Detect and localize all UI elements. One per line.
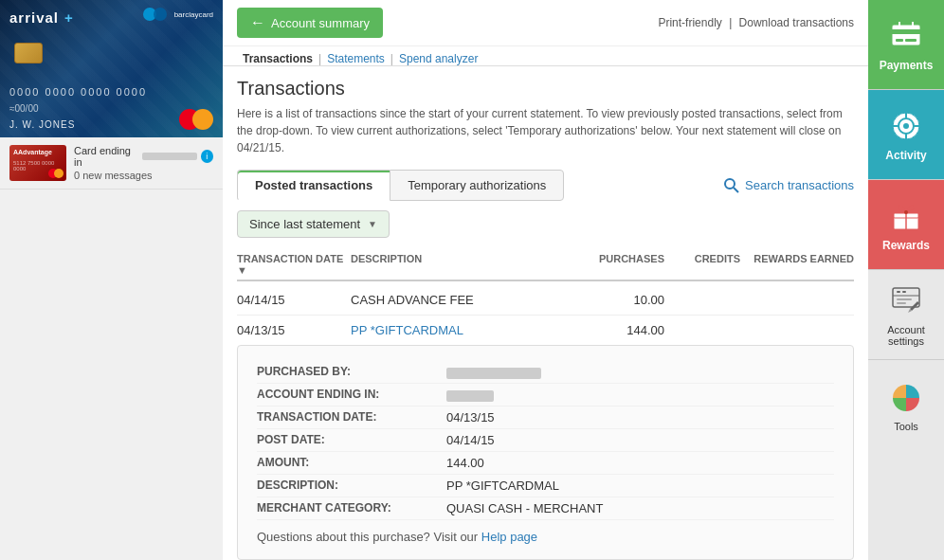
content-area: Transactions Here is a list of transacti… <box>223 66 868 560</box>
detail-transaction-date: TRANSACTION DATE: 04/13/15 <box>257 406 834 429</box>
tx1-purchases: 10.00 <box>551 293 664 307</box>
th-date: Transaction Date ▼ <box>237 253 351 276</box>
tx2-date: 04/13/15 <box>237 323 351 337</box>
tab-statements[interactable]: Statements <box>321 52 390 65</box>
transaction-detail-panel: PURCHASED BY: ACCOUNT ENDING IN: TRANSAC… <box>237 345 854 560</box>
svg-rect-5 <box>905 39 917 42</box>
search-transactions[interactable]: Search transactions <box>723 177 854 194</box>
back-button[interactable]: ← Account summary <box>237 8 383 38</box>
table-row[interactable]: 04/13/15 PP *GIFTCARDMAL 144.00 <box>237 316 854 345</box>
detail-purchased-by: PURCHASED BY: <box>257 361 834 384</box>
detail-merchant: MERCHANT CATEGORY: QUASI CASH - MERCHANT <box>257 497 834 520</box>
card-name: J. W. JONES <box>9 119 75 130</box>
detail-description: DESCRIPTION: PP *GIFTCARDMAL <box>257 475 834 497</box>
tab-temp-btn[interactable]: Temporary authorizations <box>390 170 564 201</box>
left-sidebar: arrival + barclaycard 0000 0000 0000 000… <box>0 0 223 560</box>
secondary-mastercard <box>48 169 64 178</box>
detail-post-date-label: POST DATE: <box>257 433 446 447</box>
detail-account-ending-label: ACCOUNT ENDING IN: <box>257 388 446 402</box>
nav-item-rewards[interactable]: Rewards <box>868 180 944 270</box>
tools-icon <box>887 379 925 417</box>
svg-rect-3 <box>892 29 920 34</box>
detail-purchased-by-value <box>446 365 834 379</box>
detail-account-ending: ACCOUNT ENDING IN: <box>257 384 834 406</box>
svg-rect-24 <box>897 302 906 304</box>
primary-card: arrival + barclaycard 0000 0000 0000 000… <box>0 0 223 137</box>
secondary-card-row: AAdvantage 5112 7500 0000 0000 Card endi… <box>0 137 223 190</box>
nav-item-payments[interactable]: Payments <box>868 0 944 90</box>
tx2-desc: PP *GIFTCARDMAL <box>351 323 551 337</box>
svg-rect-2 <box>892 25 920 45</box>
transactions-table: Transaction Date ▼ Description Purchases… <box>237 249 854 560</box>
detail-tx-date-value: 04/13/15 <box>446 410 834 425</box>
download-link[interactable]: Download transactions <box>739 16 854 29</box>
statement-dropdown[interactable]: Since last statement ▼ <box>237 210 390 238</box>
svg-point-0 <box>725 179 735 189</box>
new-messages: 0 new messages <box>74 170 213 181</box>
mastercard-logo <box>179 109 213 130</box>
svg-line-1 <box>734 188 738 192</box>
tx1-date: 04/14/15 <box>237 293 351 307</box>
th-description: Description <box>351 253 551 276</box>
help-text: Questions about this purchase? Visit our… <box>257 530 834 544</box>
svg-rect-21 <box>897 291 900 293</box>
link-separator: | <box>729 16 735 29</box>
tx2-purchases: 144.00 <box>551 323 664 337</box>
card-brand-logo: arrival + <box>9 9 73 26</box>
help-link[interactable]: Help page <box>481 530 537 544</box>
nav-item-tools[interactable]: Tools <box>868 360 944 450</box>
search-icon <box>723 177 740 194</box>
tabs-row: Posted transactions Temporary authorizat… <box>237 170 854 201</box>
page-title: Transactions <box>237 78 854 99</box>
detail-post-date: POST DATE: 04/14/15 <box>257 429 834 452</box>
detail-amount: AMOUNT: 144.00 <box>257 452 834 475</box>
detail-purchased-by-label: PURCHASED BY: <box>257 365 446 379</box>
nav-item-account-settings[interactable]: Account settings <box>868 270 944 360</box>
nav-item-activity[interactable]: Activity <box>868 90 944 180</box>
card-number: 0000 0000 0000 0000 <box>9 86 147 98</box>
account-settings-icon <box>887 282 925 320</box>
account-settings-label: Account settings <box>868 324 944 347</box>
info-icon[interactable]: i <box>201 150 213 163</box>
sort-icon: ▼ <box>237 264 247 276</box>
secondary-card-info: Card ending in i 0 new messages <box>74 145 213 181</box>
payments-icon <box>887 17 925 55</box>
activity-icon <box>887 107 925 145</box>
detail-merchant-value: QUASI CASH - MERCHANT <box>446 501 834 515</box>
th-purchases: Purchases <box>551 253 664 276</box>
card-ending-label: Card ending in i <box>74 145 213 168</box>
print-link[interactable]: Print-friendly <box>658 16 721 29</box>
svg-rect-22 <box>902 291 906 293</box>
tools-label: Tools <box>894 421 918 432</box>
tab-posted-btn[interactable]: Posted transactions <box>237 170 390 201</box>
detail-tx-date-label: TRANSACTION DATE: <box>257 410 446 425</box>
back-button-label: Account summary <box>271 16 370 30</box>
detail-amount-label: AMOUNT: <box>257 456 446 470</box>
tab-buttons: Posted transactions Temporary authorizat… <box>237 170 564 201</box>
card-balance: ≈00/00 <box>9 103 39 114</box>
tx1-desc: CASH ADVANCE FEE <box>351 293 551 307</box>
barclaycard-logo: barclaycard <box>143 8 213 21</box>
main-content: ← Account summary Print-friendly | Downl… <box>223 0 868 560</box>
detail-amount-value: 144.00 <box>446 456 834 470</box>
header-links: Print-friendly | Download transactions <box>658 16 854 29</box>
table-row[interactable]: 04/14/15 CASH ADVANCE FEE 10.00 <box>237 285 854 316</box>
svg-point-18 <box>904 210 908 214</box>
table-header: Transaction Date ▼ Description Purchases… <box>237 249 854 281</box>
back-arrow-icon: ← <box>250 14 265 31</box>
svg-rect-23 <box>897 298 912 300</box>
right-sidebar: Payments Activity <box>868 0 944 560</box>
svg-rect-4 <box>896 39 903 42</box>
tab-transactions[interactable]: Transactions <box>237 52 318 65</box>
arrival-text: arrival <box>9 9 59 26</box>
payments-label: Payments <box>880 59 934 72</box>
detail-merchant-label: MERCHANT CATEGORY: <box>257 501 446 515</box>
dropdown-arrow-icon: ▼ <box>368 219 377 229</box>
main-header: ← Account summary Print-friendly | Downl… <box>223 0 868 46</box>
rewards-icon <box>887 197 925 235</box>
tab-spend-analyzer[interactable]: Spend analyzer <box>393 52 483 65</box>
arrival-plus: + <box>64 9 73 26</box>
activity-label: Activity <box>885 149 926 162</box>
th-credits: Credits <box>664 253 740 276</box>
detail-desc-value: PP *GIFTCARDMAL <box>446 479 834 493</box>
